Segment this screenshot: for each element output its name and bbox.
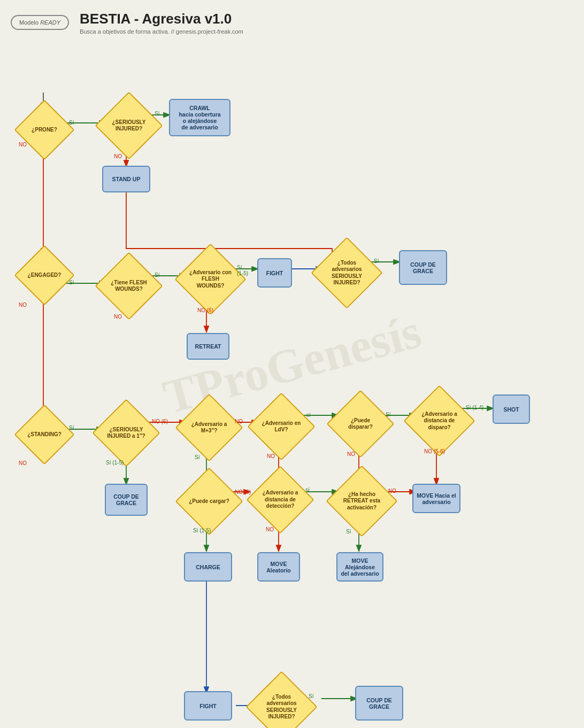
adversario-ldv-diamond: ¿Adversario en LdV? [257, 402, 305, 451]
pd-no-label: NO [347, 451, 355, 457]
charge-box: CHARGE [184, 552, 232, 582]
model-badge: Modelo READY [11, 15, 69, 30]
engaged-no-label: NO [19, 302, 27, 308]
m3-no-label: NO [235, 419, 243, 424]
fight-1-box: FIGHT [257, 258, 292, 288]
hr-no-label: NO [388, 488, 396, 494]
si2-si-label: Sí (1-5) [106, 460, 124, 466]
adversario-deteccion-diamond: ¿Adversario a distancia de detección? [256, 476, 304, 524]
prone-no-label: NO [19, 142, 27, 148]
ad-si-label: sí [305, 487, 310, 493]
si2-no-label: NO (6) [152, 419, 168, 424]
retreat-box: RETREAT [187, 333, 229, 360]
standing-diamond: ¿STANDING? [23, 413, 66, 456]
coup-grace-2-box: COUP DE GRACE [105, 484, 148, 516]
page-container: TProGenesís Modelo READY BESTIA - Agresi… [0, 0, 584, 728]
ts2-si-label: Sí [309, 693, 313, 699]
adversario-m3-diamond: ¿Adversario a M+3″? [185, 404, 233, 452]
flesh-wounds-diamond: ¿Tiene FLESH WOUNDS? [105, 262, 153, 310]
af-no-label: NO (6) [197, 307, 213, 313]
arrows-svg [11, 40, 573, 714]
move-alejandose-box: MOVE Alejándose del adversario [336, 552, 383, 582]
si1-no-label: NO [114, 153, 122, 159]
header: Modelo READY BESTIA - Agresiva v1.0 Busc… [11, 11, 573, 35]
todos-seriously-1-diamond: ¿Todos adversarios SERIOUSLY INJURED? [321, 247, 372, 298]
crawl-box: CRAWLhacia coberturao alejándosede adver… [169, 99, 230, 136]
fight-2-box: FIGHT [184, 691, 232, 721]
puede-disparar-diamond: ¿Puede disparar? [336, 400, 385, 448]
ts1-si-label: Sí [374, 258, 379, 264]
ha-hecho-retreat-diamond: ¿Ha hecho RETREAT esta activación? [336, 476, 387, 526]
engaged-si-label: Sí [69, 280, 74, 285]
dis-si-label: Sí (1-4) [466, 405, 483, 411]
move-aleatorio-box: MOVE Aleatorio [257, 552, 300, 582]
adversario-disparo-diamond: ¿Adversario a distancia de disparo? [414, 396, 465, 446]
m3-si-label: Sí [195, 454, 199, 460]
seriously-injured-1-diamond: ¿SERIOUSLY INJURED? [105, 102, 153, 150]
pc-si-label: Sí (1-5) [193, 528, 211, 533]
adversario-flesh-diamond: ¿Adversario con FLESH WOUNDS? [185, 254, 236, 305]
prone-diamond: ¿PRONE? [23, 109, 66, 151]
flowchart: ¿PRONE? Sí NO ¿SERIOUSLY INJURED? Sí NO … [11, 40, 573, 714]
hr-si-label: Sí [346, 529, 351, 535]
standing-si-label: Sí [69, 425, 74, 431]
coup-grace-1-box: COUP DE GRACE [399, 250, 447, 285]
todos-seriously-2-diamond: ¿Todos adversarios SERIOUSLY INJURED? [256, 681, 307, 728]
fw-no-label: NO [114, 314, 122, 320]
ldv-no-label: NO [267, 453, 275, 459]
move-hacia-box: MOVE Hacia el adversario [412, 484, 460, 513]
ad-no-label: NO [266, 526, 274, 532]
pc-no-label: NO (6) [235, 489, 251, 495]
ldv-si-label: sí [306, 412, 311, 418]
title-block: BESTIA - Agresiva v1.0 Busca a objetivos… [80, 11, 243, 35]
puede-cargar-diamond: ¿Puede cargar? [185, 477, 233, 525]
coup-grace-3-box: COUP DE GRACE [355, 686, 403, 721]
si1-si-label: Sí [155, 111, 159, 117]
standing-no-label: NO [19, 460, 27, 466]
fw-si-label: Sí [155, 272, 159, 278]
pd-si-label: Sí [386, 412, 390, 417]
prone-si-label: Sí [69, 120, 74, 126]
stand-up-box: STAND UP [102, 166, 150, 192]
seriously-injured-2-diamond: ¿SERIOUSLY INJURED a 1″? [102, 409, 150, 457]
subtitle: Busca a objetivos de forma activa. // ge… [80, 28, 243, 35]
page-title: BESTIA - Agresiva v1.0 [80, 11, 243, 27]
engaged-diamond: ¿ENGAGED? [23, 254, 66, 297]
af-si-label: Sí(1-5) [237, 265, 248, 276]
dis-no-label: NO (5-6) [424, 448, 445, 454]
shot-box: SHOT [493, 394, 530, 424]
